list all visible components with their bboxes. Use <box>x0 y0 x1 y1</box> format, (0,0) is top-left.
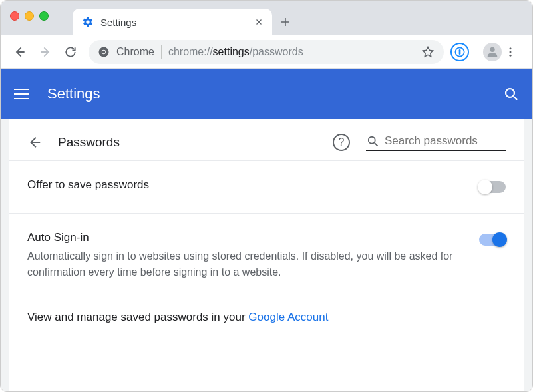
svg-point-7 <box>510 51 512 53</box>
address-bar[interactable]: Chrome chrome://settings/passwords <box>89 40 444 64</box>
minimize-window-button[interactable] <box>25 11 34 21</box>
svg-point-8 <box>510 54 512 56</box>
svg-point-5 <box>490 47 494 51</box>
browser-toolbar: Chrome chrome://settings/passwords <box>1 35 532 69</box>
new-tab-button[interactable] <box>272 9 299 35</box>
url-scheme-label: Chrome <box>116 46 154 58</box>
auto-signin-label: Auto Sign-in <box>27 231 466 244</box>
bookmark-star-icon[interactable] <box>421 45 435 59</box>
search-icon <box>366 134 379 148</box>
forward-button[interactable] <box>34 41 57 63</box>
menu-button[interactable] <box>14 89 33 99</box>
manage-passwords-text: View and manage saved passwords in your <box>27 311 248 323</box>
svg-point-9 <box>506 89 514 97</box>
search-passwords-input[interactable] <box>385 134 504 148</box>
google-account-link[interactable]: Google Account <box>248 311 328 323</box>
chrome-icon <box>98 46 110 58</box>
settings-appbar: Settings <box>1 69 532 119</box>
omnibox-divider <box>161 45 162 59</box>
svg-point-6 <box>510 47 512 49</box>
back-button[interactable] <box>9 41 31 63</box>
section-header: Passwords ? <box>9 119 524 160</box>
content-stage: Passwords ? Offer to save passwords Auto… <box>1 119 532 392</box>
settings-card: Passwords ? Offer to save passwords Auto… <box>9 119 524 392</box>
svg-point-2 <box>102 50 106 53</box>
url-text: chrome://settings/passwords <box>168 46 415 58</box>
browser-menu-button[interactable] <box>504 46 524 58</box>
close-window-button[interactable] <box>10 11 19 21</box>
offer-save-label: Offer to save passwords <box>27 178 466 192</box>
maximize-window-button[interactable] <box>39 11 49 21</box>
onepassword-extension-icon[interactable] <box>450 43 469 61</box>
window-controls <box>10 11 49 21</box>
toolbar-separator <box>476 45 476 59</box>
auto-signin-row: Auto Sign-in Automatically sign in to we… <box>9 213 524 297</box>
browser-tab[interactable]: Settings <box>73 9 272 35</box>
search-passwords-field[interactable] <box>366 134 506 151</box>
gear-icon <box>82 16 94 28</box>
profile-avatar-button[interactable] <box>483 43 502 61</box>
close-tab-button[interactable] <box>255 18 263 26</box>
browser-tab-strip: Settings <box>1 1 532 35</box>
manage-passwords-row: View and manage saved passwords in your … <box>9 297 524 344</box>
reload-button[interactable] <box>59 41 82 63</box>
back-arrow-button[interactable] <box>27 135 42 150</box>
appbar-title: Settings <box>47 85 503 102</box>
help-icon[interactable]: ? <box>333 134 350 151</box>
svg-point-10 <box>369 136 375 143</box>
offer-save-passwords-row: Offer to save passwords <box>9 160 524 213</box>
svg-rect-4 <box>459 49 461 55</box>
auto-signin-toggle[interactable] <box>479 234 506 246</box>
tab-title: Settings <box>100 17 248 28</box>
appbar-search-button[interactable] <box>503 86 519 102</box>
auto-signin-description: Automatically sign in to websites using … <box>27 248 466 280</box>
page-title: Passwords <box>58 135 120 150</box>
offer-save-toggle[interactable] <box>479 181 506 193</box>
